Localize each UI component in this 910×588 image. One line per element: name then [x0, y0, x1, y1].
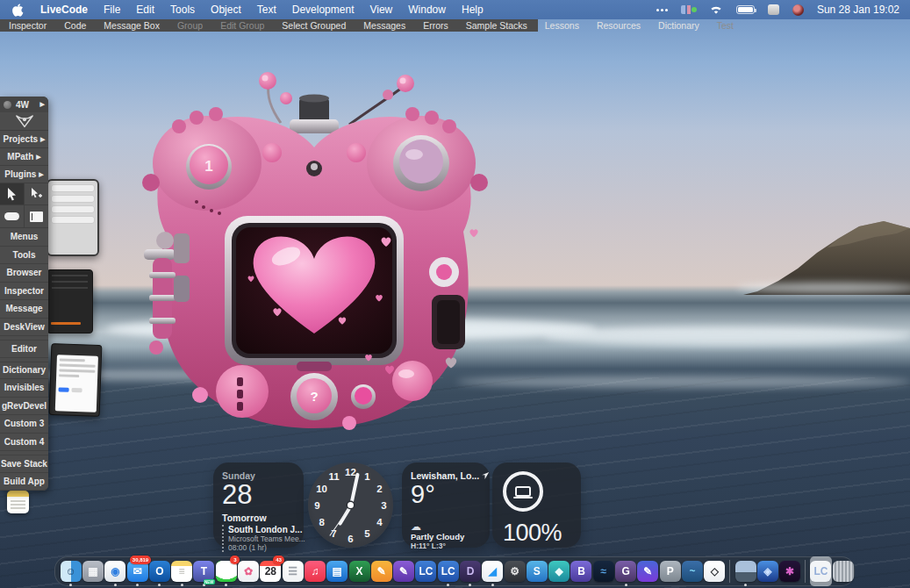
- palette-button-custom-3[interactable]: Custom 3: [0, 415, 48, 434]
- dock-icon-outlook[interactable]: O: [148, 557, 170, 585]
- dock-icon-postgres[interactable]: P: [659, 557, 681, 585]
- palette-button-deskview[interactable]: DeskView: [0, 319, 48, 337]
- palette-button-menus[interactable]: Menus: [0, 228, 48, 247]
- menu-bar-clock[interactable]: Sun 28 Jan 19:02: [817, 4, 899, 16]
- dock-icon-launchpad[interactable]: ▦: [82, 557, 104, 585]
- dock-icon-calendar[interactable]: 43 28: [260, 557, 282, 585]
- palette-collapse-dot[interactable]: [4, 101, 11, 109]
- dock-icon-b-app[interactable]: B: [570, 557, 592, 585]
- dock-icon-mysql[interactable]: ~: [681, 557, 703, 585]
- menu-app-name[interactable]: LiveCode: [32, 4, 96, 16]
- toolbar-item-resources[interactable]: Resources: [588, 20, 649, 31]
- dock-icon-divider-2[interactable]: [801, 557, 810, 585]
- toolbar-item-inspector[interactable]: Inspector: [0, 20, 55, 31]
- dock-icon-mail[interactable]: 30,819 ✉: [126, 557, 148, 585]
- menu-item-development[interactable]: Development: [284, 0, 362, 19]
- field-tool[interactable]: [25, 205, 49, 227]
- toolbar-item-errors[interactable]: Errors: [414, 20, 457, 31]
- toolbar-item-sample-stacks[interactable]: Sample Stacks: [457, 20, 536, 31]
- menu-item-text[interactable]: Text: [249, 0, 284, 19]
- dock-icon-excel[interactable]: X: [348, 557, 370, 585]
- calendar-widget[interactable]: Sunday 28 Tomorrow South London J... Mic…: [213, 463, 304, 548]
- dock-icon-streamline-app[interactable]: ≈: [592, 557, 614, 585]
- dock-icon-livecode-1[interactable]: LC: [415, 557, 437, 585]
- palette-header[interactable]: 4W ▶: [0, 97, 48, 112]
- dock-icon-gear-app[interactable]: ⚙: [504, 557, 526, 585]
- toolbar-item-test[interactable]: Test: [708, 20, 742, 31]
- dock-icon-divider-1[interactable]: [726, 557, 734, 585]
- dock-icon-vscode[interactable]: ◢: [482, 557, 504, 585]
- pills-status-icon[interactable]: [681, 5, 696, 14]
- palette-button-custom-4[interactable]: Custom 4: [0, 434, 48, 452]
- palette-flyout-mpath[interactable]: MPath ▶: [0, 148, 48, 166]
- palette-button-browser[interactable]: Browser: [0, 264, 48, 283]
- pointer-plus-tool[interactable]: [25, 183, 49, 205]
- menu-item-window[interactable]: Window: [400, 0, 454, 19]
- weather-widget[interactable]: Lewisham, Lo... 9° ☁ Partly Cloudy H:11°…: [402, 463, 490, 548]
- dock-icon-minimized-window[interactable]: [734, 557, 756, 585]
- window-thumbnail-preferences[interactable]: [47, 179, 99, 256]
- palette-button-build-app[interactable]: Build App: [0, 473, 48, 491]
- toolbar-item-message-box[interactable]: Message Box: [95, 20, 168, 31]
- toolbar-item-code[interactable]: Code: [55, 20, 95, 31]
- toolbar-item-edit-group[interactable]: Edit Group: [211, 20, 273, 31]
- dock-icon-photos[interactable]: ✿: [237, 557, 259, 585]
- button-tool[interactable]: [0, 205, 25, 227]
- menu-item-edit[interactable]: Edit: [128, 0, 162, 19]
- palette-button-dictionary[interactable]: Dictionary: [0, 362, 48, 380]
- dock-icon-s-app[interactable]: S: [526, 557, 548, 585]
- palette-flyout-plugins[interactable]: Plugins ▶: [0, 166, 48, 183]
- palette-button-grevdevel[interactable]: gRevDevel: [0, 398, 48, 416]
- dock-icon-affinity-photo[interactable]: ✱: [779, 557, 801, 585]
- wifi-icon[interactable]: [709, 5, 723, 15]
- palette-button-save-stack[interactable]: Save Stack: [0, 455, 48, 473]
- palette-header-arrow-icon[interactable]: ▶: [40, 101, 45, 108]
- toolbar-item-select-grouped[interactable]: Select Grouped: [273, 20, 355, 31]
- dock-icon-drawing-app[interactable]: ✎: [392, 557, 414, 585]
- dock-icon-notes[interactable]: ≡: [170, 557, 192, 585]
- livecode-logo[interactable]: [0, 112, 48, 131]
- dock-icon-music[interactable]: ♫: [304, 557, 326, 585]
- toolbar-item-messages[interactable]: Messages: [355, 20, 414, 31]
- dock-icon-keynote[interactable]: ▤: [326, 557, 348, 585]
- menu-item-view[interactable]: View: [362, 0, 400, 19]
- dock-icon-pages[interactable]: ✎: [370, 557, 392, 585]
- dock-icon-build-tool[interactable]: ◆: [548, 557, 570, 585]
- dock-icon-livecode-2[interactable]: LC: [437, 557, 459, 585]
- battery-icon[interactable]: [736, 5, 755, 14]
- dock-icon-trash[interactable]: [832, 557, 854, 585]
- menu-item-tools[interactable]: Tools: [162, 0, 203, 19]
- menu-item-help[interactable]: Help: [454, 0, 491, 19]
- window-thumbnail-editor[interactable]: [47, 269, 93, 333]
- toolbar-item-lessons[interactable]: Lessons: [536, 20, 588, 31]
- dock-icon-livecode-document[interactable]: LC: [810, 557, 832, 585]
- palette-button-invisibles[interactable]: Invisibles: [0, 379, 48, 398]
- dock-icon-finder[interactable]: ☺: [60, 557, 82, 585]
- pointer-tool[interactable]: [0, 183, 25, 205]
- palette-button-inspector[interactable]: Inspector: [0, 283, 48, 301]
- more-icon[interactable]: [656, 9, 668, 11]
- dock-icon-hex-app[interactable]: ◇: [704, 557, 726, 585]
- backup-icon[interactable]: [768, 4, 779, 15]
- palette-button-message[interactable]: Message: [0, 300, 48, 319]
- window-thumbnail-dialog[interactable]: [49, 343, 103, 417]
- toolbar-item-dictionary[interactable]: Dictionary: [649, 20, 708, 31]
- clock-widget[interactable]: 123456789101112: [308, 463, 393, 548]
- dock-icon-messages[interactable]: 3: [215, 557, 237, 585]
- dock-icon-layers-app[interactable]: ◈: [756, 557, 778, 585]
- dock-icon-github[interactable]: G: [614, 557, 636, 585]
- dock-icon-d-app[interactable]: D: [459, 557, 481, 585]
- dock-icon-safari[interactable]: ◉: [104, 557, 126, 585]
- menubar-camera-icon[interactable]: [792, 4, 804, 16]
- palette-flyout-projects[interactable]: Projects ▶: [0, 131, 48, 148]
- palette-button-editor[interactable]: Editor: [0, 340, 48, 358]
- dock-icon-pen-app[interactable]: ✎: [637, 557, 659, 585]
- notes-file-icon[interactable]: [7, 491, 29, 513]
- apple-menu[interactable]: [0, 4, 32, 17]
- palette-button-tools[interactable]: Tools: [0, 247, 48, 265]
- battery-widget[interactable]: 100%: [492, 463, 581, 548]
- menu-item-file[interactable]: File: [96, 0, 128, 19]
- menu-item-object[interactable]: Object: [203, 0, 249, 19]
- toolbar-item-group[interactable]: Group: [168, 20, 211, 31]
- dock-icon-teams[interactable]: T NEW: [193, 557, 215, 585]
